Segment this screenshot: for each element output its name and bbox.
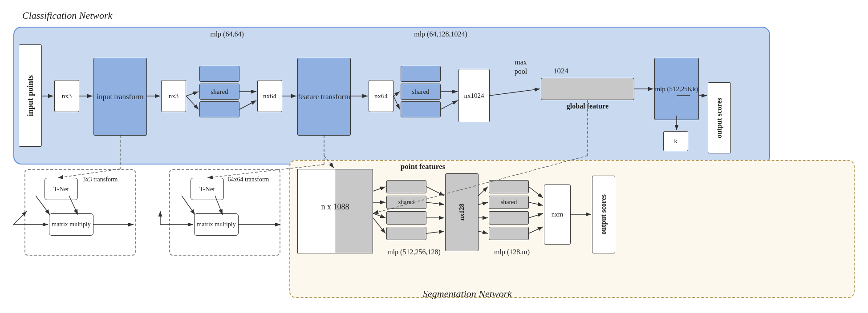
input-points-block: input points xyxy=(19,44,42,147)
nx1088-label: n x 1088 xyxy=(297,202,373,212)
shared1-mid-block: shared xyxy=(199,84,239,100)
tnet2-label: T-Net xyxy=(199,185,215,193)
matrix-multiply-2-block: matrix multiply xyxy=(194,213,239,236)
nx128-label: nx128 xyxy=(458,204,466,221)
shared2-mid-block: shared xyxy=(401,84,441,100)
shared3-bot-block xyxy=(386,211,426,225)
shared2-bot-block xyxy=(401,101,441,117)
transform-64x64-label: 64x64 transform xyxy=(226,176,271,184)
transform-3x3-label: 3x3 transform xyxy=(80,176,120,184)
nx64-label-1: nx64 xyxy=(263,92,276,100)
max-pool-label: maxpool xyxy=(503,58,539,76)
tnet2-block: T-Net xyxy=(191,178,224,200)
output-scores-bottom-label: output scores xyxy=(600,194,608,235)
output-scores-top-label: output scores xyxy=(715,98,723,138)
global-feature-block xyxy=(541,78,634,100)
mlp-512256k-label: mlp (512,256,k) xyxy=(655,85,698,93)
tnet1-label: T-Net xyxy=(53,185,69,193)
input-transform-block: input transform xyxy=(93,58,147,136)
nx3-label-2: nx3 xyxy=(169,92,179,100)
shared4-label: shared xyxy=(501,199,517,206)
input-points-label: input points xyxy=(26,75,35,116)
shared3-mid-block: shared xyxy=(386,196,426,209)
shared3-xbot-block xyxy=(386,227,426,240)
matrix-multiply-1-label: matrix multiply xyxy=(52,221,91,228)
output-scores-bottom-block: output scores xyxy=(592,176,615,253)
nx64-label-2: nx64 xyxy=(374,92,388,100)
nx64-block-1: nx64 xyxy=(257,80,282,112)
nx3-label-1: nx3 xyxy=(62,92,72,100)
shared1-top-block xyxy=(199,66,239,82)
shared3-label: shared xyxy=(398,199,415,206)
k-block: k xyxy=(663,131,688,151)
classification-label: Classification Network xyxy=(22,10,112,21)
matrix-multiply-1-block: matrix multiply xyxy=(49,213,93,236)
nx3-block-1: nx3 xyxy=(54,80,79,112)
matrix-multiply-2-label: matrix multiply xyxy=(197,221,236,228)
shared3-top-block xyxy=(386,180,426,193)
point-features-label: point features xyxy=(374,162,472,171)
mlp-64128-label: mlp (64,128,1024) xyxy=(392,30,490,38)
feature-transform-block: feature transform xyxy=(297,58,351,136)
diagram-container: Classification Network Segmentation Netw… xyxy=(0,0,868,313)
tnet1-block: T-Net xyxy=(45,178,78,200)
nx64-block-2: nx64 xyxy=(369,80,393,112)
feature-transform-label: feature transform xyxy=(298,92,350,101)
shared1-bot-block xyxy=(199,101,239,117)
shared2-label: shared xyxy=(412,88,429,96)
nx128-block: nx128 xyxy=(445,173,479,251)
global-feature-label: global feature xyxy=(541,102,634,110)
nxm-block: nxm xyxy=(544,185,571,245)
k-label: k xyxy=(674,137,677,145)
output-scores-top-block: output scores xyxy=(708,82,731,153)
shared4-bot-block xyxy=(489,211,529,225)
shared1-label: shared xyxy=(211,88,228,96)
shared4-mid-block: shared xyxy=(489,196,529,209)
segmentation-network-box xyxy=(289,160,855,298)
input-transform-label: input transform xyxy=(97,92,143,101)
nx3-block-2: nx3 xyxy=(161,80,186,112)
mlp-6464-label: mlp (64,64) xyxy=(191,30,263,38)
mlp-128m-label: mlp (128,m) xyxy=(476,248,548,256)
nxm-label: nxm xyxy=(552,211,564,218)
shared4-xbot-block xyxy=(489,227,529,240)
shared2-top-block xyxy=(401,66,441,82)
val-1024-label: 1024 xyxy=(543,67,579,76)
shared4-top-block xyxy=(489,180,529,193)
segmentation-label: Segmentation Network xyxy=(423,288,512,300)
mlp-512256k-block: mlp (512,256,k) xyxy=(654,58,699,120)
nx1024-block: nx1024 xyxy=(458,69,490,122)
nx1024-label: nx1024 xyxy=(464,92,484,100)
